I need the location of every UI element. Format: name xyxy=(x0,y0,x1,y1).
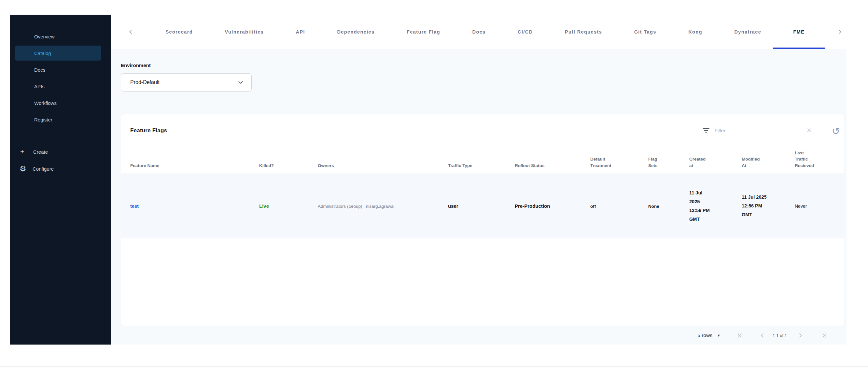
rows-per-page-select[interactable]: 5 rows ▼ xyxy=(698,333,720,338)
last-page-icon xyxy=(821,332,828,339)
sidebar-divider xyxy=(14,138,102,138)
tab-dependencies[interactable]: Dependencies xyxy=(337,14,374,49)
environment-selected-value: Prod-Default xyxy=(130,80,237,85)
tab-docs[interactable]: Docs xyxy=(472,14,486,49)
create-label: Create xyxy=(31,149,48,155)
sidebar-item-register[interactable]: Register xyxy=(15,112,101,127)
create-button[interactable]: + Create xyxy=(20,148,111,156)
reset-icon[interactable]: ↺ xyxy=(832,126,840,136)
chevron-right-icon xyxy=(837,29,843,35)
tab-pull-requests[interactable]: Pull Requests xyxy=(565,14,602,49)
environment-select[interactable]: Prod-Default xyxy=(121,73,252,92)
sidebar-item-label: Register xyxy=(34,117,53,122)
column-header-feature-name: Feature Name xyxy=(121,137,259,174)
sidebar-item-docs[interactable]: Docs xyxy=(15,62,101,77)
column-header-rollout-status: Rollout Status xyxy=(515,137,590,174)
tab-dynatrace[interactable]: Dynatrace xyxy=(734,14,761,49)
owners-value: Administrators (Group) , nisarg.agrawal xyxy=(318,204,395,209)
tab-panel-fme: Environment Prod-Default Feature Flags ✕… xyxy=(111,49,846,344)
rows-per-page-value: 5 rows xyxy=(698,333,712,338)
chevron-left-icon xyxy=(128,29,133,35)
tab-cicd[interactable]: CI/CD xyxy=(518,14,533,49)
last-page-button[interactable] xyxy=(821,332,828,339)
clear-filter-icon[interactable]: ✕ xyxy=(805,127,813,133)
tab-git-tags[interactable]: Git Tags xyxy=(634,14,656,49)
killed-status: Live xyxy=(259,203,269,209)
chevron-down-icon xyxy=(237,79,244,86)
sidebar-item-label: Docs xyxy=(34,67,45,73)
feature-name-link[interactable]: test xyxy=(130,204,139,209)
table-row: test Live Administrators (Group) , nisar… xyxy=(121,174,844,238)
app-window: Overview Catalog Docs APIs Workflows Reg… xyxy=(0,0,868,368)
sidebar-item-label: Overview xyxy=(34,34,55,39)
first-page-icon xyxy=(736,332,743,339)
card-title: Feature Flags xyxy=(130,127,167,134)
window-bottom-edge xyxy=(0,366,868,367)
sidebar-divider xyxy=(29,27,85,27)
next-page-button[interactable] xyxy=(797,332,804,339)
card-header: Feature Flags ✕ ↺ xyxy=(121,114,844,137)
feature-flags-table: Feature Name Killed? Owners Traffic Type… xyxy=(121,137,844,238)
filter-group: ✕ ↺ xyxy=(702,127,840,137)
chevron-right-icon xyxy=(797,332,804,339)
tab-vulnerabilities[interactable]: Vulnerabilities xyxy=(225,14,264,49)
sidebar-item-label: Catalog xyxy=(34,51,51,56)
column-header-killed: Killed? xyxy=(259,137,318,174)
caret-down-icon: ▼ xyxy=(717,334,720,337)
column-header-default-treatment: Default Treatment xyxy=(590,137,648,174)
sidebar-item-overview[interactable]: Overview xyxy=(15,29,101,44)
tab-kong[interactable]: Kong xyxy=(688,14,702,49)
sidebar-nav: Overview Catalog Docs APIs Workflows Reg… xyxy=(10,29,111,127)
tab-scorecard[interactable]: Scorecard xyxy=(165,14,193,49)
main-content: Scorecard Vulnerabilities API Dependenci… xyxy=(111,14,868,344)
sidebar-item-label: APIs xyxy=(34,84,44,89)
chevron-left-icon xyxy=(759,332,766,339)
page-range-label: 1-1 of 1 xyxy=(773,333,787,338)
environment-label: Environment xyxy=(121,63,151,68)
filter-input[interactable] xyxy=(715,128,805,133)
sidebar-item-label: Workflows xyxy=(34,100,57,106)
modified-at-value: 11 Jul 2025 12:56 PM GMT xyxy=(742,193,769,219)
flag-sets-value: None xyxy=(648,204,659,209)
filter-icon xyxy=(702,128,710,133)
previous-page-button[interactable] xyxy=(759,332,766,339)
table-pagination: 5 rows ▼ 1-1 of 1 xyxy=(698,328,828,343)
configure-label: Configure xyxy=(31,166,54,172)
filter-field: ✕ xyxy=(702,127,813,137)
configure-button[interactable]: ⚙ Configure xyxy=(20,164,111,173)
default-treatment-value: off xyxy=(590,204,596,209)
sidebar-divider xyxy=(29,127,85,127)
first-page-button[interactable] xyxy=(736,332,743,339)
created-at-value: 11 Jul 2025 12:56 PM GMT xyxy=(689,189,711,224)
traffic-type-value: user xyxy=(448,203,458,209)
table-header-row: Feature Name Killed? Owners Traffic Type… xyxy=(121,137,844,174)
integration-tabbar: Scorecard Vulnerabilities API Dependenci… xyxy=(111,14,868,49)
column-header-created-at: Created at xyxy=(689,137,742,174)
tab-fme[interactable]: FME xyxy=(794,14,805,49)
sidebar: Overview Catalog Docs APIs Workflows Reg… xyxy=(10,14,111,344)
gear-icon: ⚙ xyxy=(20,164,31,173)
column-header-modified-at: Modified At xyxy=(742,137,795,174)
sidebar-item-workflows[interactable]: Workflows xyxy=(15,95,101,111)
sidebar-item-apis[interactable]: APIs xyxy=(15,79,101,94)
column-header-flag-sets: Flag Sets xyxy=(648,137,689,174)
tab-api[interactable]: API xyxy=(296,14,305,49)
rollout-status-value: Pre-Production xyxy=(515,203,550,209)
column-header-traffic-type: Traffic Type xyxy=(448,137,515,174)
sidebar-item-catalog[interactable]: Catalog xyxy=(15,45,101,61)
last-traffic-value: Never xyxy=(795,204,807,209)
tab-feature-flag[interactable]: Feature Flag xyxy=(407,14,440,49)
feature-flags-card: Feature Flags ✕ ↺ xyxy=(121,114,844,326)
plus-icon: + xyxy=(20,148,31,156)
column-header-last-traffic-recieved: Last Traffic Recieved xyxy=(795,137,844,174)
tabs-scroll-left-button[interactable] xyxy=(128,29,133,35)
tabs-scroll-right-button[interactable] xyxy=(837,29,843,35)
column-header-owners: Owners xyxy=(318,137,448,174)
